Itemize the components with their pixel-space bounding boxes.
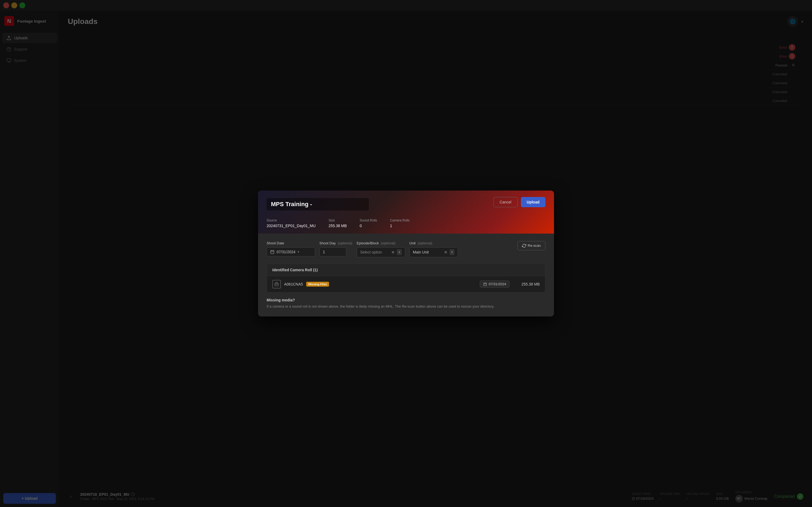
unit-dropdown-button[interactable]: ▾ bbox=[450, 249, 454, 255]
episode-block-group: Episode/Block (optional) Select option ✕… bbox=[357, 241, 405, 257]
episode-block-select[interactable]: Select option ✕ ▾ bbox=[357, 247, 405, 257]
unit-group: Unit (optional) Main Unit ✕ ▾ bbox=[409, 241, 458, 257]
shoot-day-group: Shoot Day (optional) bbox=[320, 241, 352, 257]
missing-media-description: If a camera or a sound roll is not shown… bbox=[267, 304, 545, 309]
unit-value: Main Unit bbox=[413, 250, 442, 254]
camera-section-title: Identified Camera Roll (1) bbox=[267, 264, 545, 276]
shoot-date-input[interactable]: 07/31/2024 ▾ bbox=[267, 247, 315, 257]
shoot-date-value: 07/31/2024 bbox=[277, 250, 295, 254]
upload-button[interactable]: Upload bbox=[521, 197, 545, 207]
calendar-icon bbox=[483, 282, 487, 286]
episode-block-placeholder: Select option bbox=[360, 250, 389, 254]
episode-block-clear-button[interactable]: ✕ bbox=[391, 249, 395, 256]
size-label: Size bbox=[329, 219, 347, 222]
camera-roll-item: A061CNA5 Missing Files 07/31/2024 255.38… bbox=[267, 276, 545, 292]
upload-modal: Cancel Upload Source 20240731_EP01_Day01… bbox=[258, 190, 554, 317]
unit-label: Unit (optional) bbox=[409, 241, 458, 245]
shoot-date-group: Shoot Date 07/31/2024 ▾ bbox=[267, 241, 315, 257]
svg-rect-2 bbox=[271, 250, 274, 253]
modal-body: Shoot Date 07/31/2024 ▾ Shoot Day (opti bbox=[258, 234, 554, 317]
episode-block-dropdown-button[interactable]: ▾ bbox=[397, 249, 402, 255]
sound-rolls-label: Sound Rolls bbox=[360, 219, 377, 222]
sound-rolls-meta: Sound Rolls 0 bbox=[360, 219, 377, 228]
cancel-button[interactable]: Cancel bbox=[494, 197, 518, 207]
unit-clear-button[interactable]: ✕ bbox=[444, 249, 448, 256]
film-icon bbox=[275, 282, 279, 286]
roll-size: 255.38 MB bbox=[521, 282, 540, 286]
roll-name: A061CNA5 bbox=[284, 282, 303, 286]
camera-rolls-label: Camera Rolls bbox=[390, 219, 410, 222]
camera-rolls-value: 1 bbox=[390, 224, 392, 228]
missing-media-title: Missing media? bbox=[267, 298, 545, 302]
calendar-icon bbox=[270, 250, 275, 254]
rescan-label: Re-scan bbox=[528, 243, 541, 247]
shoot-day-input[interactable] bbox=[320, 247, 346, 257]
roll-icon bbox=[272, 280, 281, 288]
roll-date: 07/31/2024 bbox=[488, 282, 506, 286]
shoot-date-label: Shoot Date bbox=[267, 241, 315, 245]
episode-block-label: Episode/Block (optional) bbox=[357, 241, 405, 245]
chevron-down-icon: ▾ bbox=[298, 250, 311, 254]
missing-files-badge: Missing Files bbox=[306, 282, 329, 287]
missing-media-section: Missing media? If a camera or a sound ro… bbox=[267, 298, 545, 309]
shoot-day-label: Shoot Day (optional) bbox=[320, 241, 352, 245]
modal-meta: Source 20240731_EP01_Day01_MU Size 255.3… bbox=[267, 219, 409, 228]
modal-overlay: Cancel Upload Source 20240731_EP01_Day01… bbox=[0, 0, 812, 507]
form-row: Shoot Date 07/31/2024 ▾ Shoot Day (opti bbox=[267, 241, 545, 257]
size-meta: Size 255.38 MB bbox=[329, 219, 347, 228]
source-value: 20240731_EP01_Day01_MU bbox=[267, 224, 315, 228]
modal-header: Cancel Upload Source 20240731_EP01_Day01… bbox=[258, 190, 554, 234]
camera-rolls-meta: Camera Rolls 1 bbox=[390, 219, 410, 228]
source-label: Source bbox=[267, 219, 315, 222]
sound-rolls-value: 0 bbox=[360, 224, 362, 228]
svg-rect-4 bbox=[484, 283, 487, 286]
source-meta: Source 20240731_EP01_Day01_MU bbox=[267, 219, 315, 228]
size-value: 255.38 MB bbox=[329, 224, 347, 228]
modal-title-input[interactable] bbox=[267, 198, 369, 211]
camera-roll-section: Identified Camera Roll (1) A061CNA5 Miss… bbox=[267, 264, 545, 292]
rescan-button[interactable]: Re-scan bbox=[517, 241, 545, 250]
rescan-icon bbox=[522, 243, 526, 248]
unit-select[interactable]: Main Unit ✕ ▾ bbox=[409, 247, 458, 257]
roll-date-badge: 07/31/2024 bbox=[480, 280, 510, 288]
svg-rect-3 bbox=[275, 283, 278, 286]
modal-header-actions: Cancel Upload bbox=[494, 197, 545, 207]
